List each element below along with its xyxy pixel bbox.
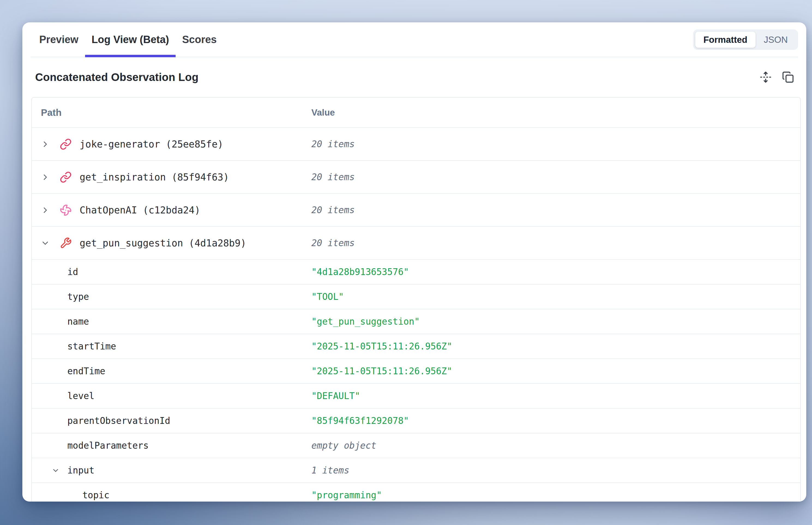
tab-preview[interactable]: Preview — [33, 22, 85, 57]
path-label: id — [67, 267, 78, 277]
value-column-header: Value — [311, 107, 800, 118]
chevron-down-icon[interactable] — [41, 239, 50, 248]
table-row: parentObservationId"85f94f63f1292078" — [32, 408, 800, 433]
table-row: topic"programming" — [32, 482, 800, 501]
chevron-down-icon[interactable] — [51, 466, 60, 475]
path-cell: parentObservationId — [32, 416, 311, 426]
table-row: type"TOOL" — [32, 284, 800, 309]
path-label: input — [67, 465, 94, 476]
path-cell: type — [32, 291, 311, 302]
table-row: endTime"2025-11-05T15:11:26.956Z" — [32, 358, 800, 383]
tab-scores-label: Scores — [182, 34, 217, 46]
path-cell: modelParameters — [32, 440, 311, 451]
tab-bar: Preview Log View (Beta) Scores Formatted… — [31, 22, 798, 57]
path-cell: level — [32, 391, 311, 401]
value-summary: 20 items — [311, 172, 800, 182]
tab-scores[interactable]: Scores — [176, 22, 223, 57]
path-column-header: Path — [32, 107, 311, 118]
table-row[interactable]: ChatOpenAI (c12bda24)20 items — [32, 193, 800, 226]
value-string: "TOOL" — [311, 291, 800, 302]
path-cell: name — [32, 316, 311, 327]
value-string: "85f94f63f1292078" — [311, 416, 800, 426]
path-cell: ChatOpenAI (c12bda24) — [32, 204, 311, 216]
path-label: topic — [82, 490, 109, 500]
toggle-json[interactable]: JSON — [755, 32, 796, 48]
value-summary: empty object — [311, 440, 800, 451]
copy-log-button[interactable] — [781, 70, 795, 84]
chevron-right-icon[interactable] — [41, 172, 50, 182]
panel-header: Concatenated Observation Log — [23, 57, 806, 97]
unfold-vertical-icon — [759, 71, 772, 83]
path-cell: startTime — [32, 341, 311, 351]
value-string: "programming" — [311, 490, 800, 500]
view-mode-toggle: Formatted JSON — [693, 29, 798, 50]
table-row[interactable]: get_inspiration (85f94f63)20 items — [32, 160, 800, 193]
table-row: name"get_pun_suggestion" — [32, 309, 800, 334]
toggle-formatted[interactable]: Formatted — [695, 32, 755, 48]
chevron-right-icon[interactable] — [41, 206, 50, 215]
path-cell: get_inspiration (85f94f63) — [32, 171, 311, 183]
panel-actions — [759, 70, 795, 84]
value-summary: 1 items — [311, 465, 800, 476]
link-icon — [60, 171, 72, 183]
desktop-background: { "colors": { "accent_indigo": "#4f46e5"… — [0, 0, 812, 525]
path-label: ChatOpenAI (c12bda24) — [79, 205, 201, 215]
path-label: name — [67, 316, 89, 327]
chevron-right-icon[interactable] — [41, 139, 50, 149]
table-header-row: Path Value — [32, 97, 800, 127]
table-row[interactable]: get_pun_suggestion (4d1a28b9)20 items — [32, 226, 800, 259]
path-cell: joke-generator (25ee85fe) — [32, 138, 311, 150]
tab-log-view-label: Log View (Beta) — [92, 34, 169, 46]
path-cell: endTime — [32, 366, 311, 376]
path-label: modelParameters — [67, 440, 149, 451]
path-label: level — [67, 391, 94, 401]
page-title: Concatenated Observation Log — [35, 71, 198, 84]
path-cell: input — [32, 465, 311, 476]
table-row: modelParametersempty object — [32, 433, 800, 458]
log-view-panel: Preview Log View (Beta) Scores Formatted… — [23, 22, 806, 501]
copy-icon — [782, 71, 794, 83]
wrench-icon — [60, 237, 72, 249]
value-string: "DEFAULT" — [311, 391, 800, 401]
path-label: parentObservationId — [67, 416, 171, 426]
unfold-rows-button[interactable] — [759, 70, 772, 84]
path-label: type — [67, 291, 89, 302]
table-row: startTime"2025-11-05T15:11:26.956Z" — [32, 334, 800, 358]
fan-icon — [60, 204, 72, 216]
table-body: joke-generator (25ee85fe)20 itemsget_ins… — [32, 127, 800, 501]
tab-log-view[interactable]: Log View (Beta) — [85, 22, 176, 57]
value-summary: 20 items — [311, 205, 800, 215]
table-row: level"DEFAULT" — [32, 383, 800, 408]
value-string: "4d1a28b913653576" — [311, 267, 800, 277]
table-row: id"4d1a28b913653576" — [32, 259, 800, 284]
path-label: endTime — [67, 366, 105, 376]
value-summary: 20 items — [311, 139, 800, 149]
tab-list: Preview Log View (Beta) Scores — [33, 22, 223, 57]
path-label: joke-generator (25ee85fe) — [79, 139, 223, 150]
path-label: startTime — [67, 341, 116, 351]
path-cell: id — [32, 267, 311, 277]
value-string: "2025-11-05T15:11:26.956Z" — [311, 366, 800, 376]
value-string: "2025-11-05T15:11:26.956Z" — [311, 341, 800, 351]
value-summary: 20 items — [311, 238, 800, 248]
path-label: get_inspiration (85f94f63) — [79, 172, 229, 183]
table-row[interactable]: input1 items — [32, 458, 800, 482]
observation-log-table: Path Value joke-generator (25ee85fe)20 i… — [31, 97, 801, 501]
path-cell: get_pun_suggestion (4d1a28b9) — [32, 237, 311, 249]
table-row[interactable]: joke-generator (25ee85fe)20 items — [32, 127, 800, 160]
path-label: get_pun_suggestion (4d1a28b9) — [79, 238, 246, 249]
value-string: "get_pun_suggestion" — [311, 316, 800, 327]
link-icon — [60, 138, 72, 150]
path-cell: topic — [32, 490, 311, 500]
tab-preview-label: Preview — [39, 34, 78, 46]
